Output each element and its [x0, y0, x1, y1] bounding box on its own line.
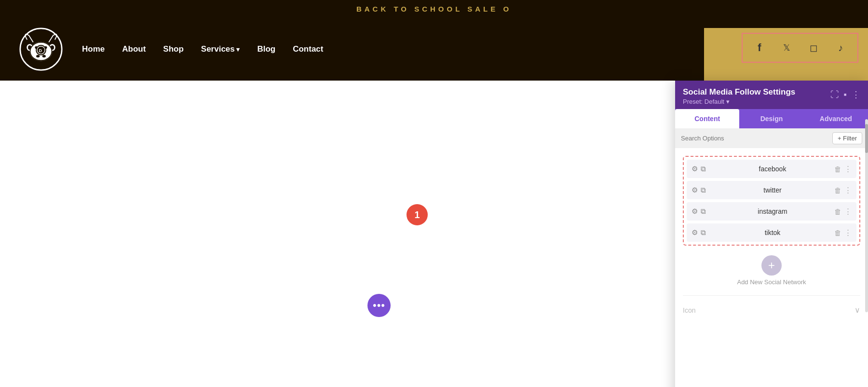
tiktok-icon-top[interactable]: ♪ — [831, 39, 850, 57]
svg-point-13 — [35, 46, 37, 49]
panel-preset[interactable]: Preset: Default — [683, 98, 795, 105]
svg-text:D: D — [39, 48, 42, 53]
more-icon-instagram[interactable]: ⋮ — [844, 207, 852, 216]
filter-button[interactable]: + Filter — [832, 132, 862, 144]
panel-icon-more[interactable]: ⋮ — [852, 89, 860, 100]
facebook-label: facebook — [711, 165, 834, 173]
more-icon-twitter[interactable]: ⋮ — [844, 186, 852, 194]
filter-label: + Filter — [838, 135, 857, 142]
panel-scrollbar[interactable] — [865, 119, 868, 312]
panel-tabs: Content Design Advanced — [675, 109, 868, 128]
panel-icon-screen[interactable]: ⛶ — [830, 90, 839, 100]
delete-icon-twitter[interactable]: 🗑 — [834, 186, 841, 194]
social-item-icons-tiktok: ⚙ ⧉ — [692, 228, 706, 237]
more-icon-tiktok[interactable]: ⋮ — [844, 228, 852, 237]
settings-icon-twitter[interactable]: ⚙ — [692, 186, 698, 194]
chevron-down-icon: ∨ — [854, 305, 860, 315]
icon-section-title: Icon — [683, 306, 695, 314]
settings-icon-tiktok[interactable]: ⚙ — [692, 228, 698, 237]
nav-contact[interactable]: Contact — [293, 44, 323, 54]
svg-point-14 — [44, 46, 47, 49]
twitter-label: twitter — [711, 186, 834, 194]
social-item-facebook: ⚙ ⧉ facebook 🗑 ⋮ — [687, 160, 856, 178]
panel-body: ⚙ ⧉ facebook 🗑 ⋮ ⚙ ⧉ twitter — [675, 148, 868, 387]
settings-icon-instagram[interactable]: ⚙ — [692, 207, 698, 216]
duplicate-icon-tiktok[interactable]: ⧉ — [701, 228, 706, 237]
tab-content[interactable]: Content — [675, 109, 739, 128]
tab-design[interactable]: Design — [739, 109, 803, 128]
tiktok-actions: 🗑 ⋮ — [834, 228, 852, 237]
panel-icon-layout[interactable]: ▪ — [844, 90, 847, 100]
top-banner: BACK TO SCHOOL SALE O — [0, 0, 868, 18]
social-item-icons-twitter: ⚙ ⧉ — [692, 186, 706, 194]
facebook-icon-top[interactable]: f — [750, 39, 769, 57]
nav-home[interactable]: Home — [82, 44, 105, 54]
social-list: ⚙ ⧉ facebook 🗑 ⋮ ⚙ ⧉ twitter — [683, 156, 860, 246]
search-options-input[interactable] — [681, 135, 808, 142]
settings-icon-facebook[interactable]: ⚙ — [692, 165, 698, 173]
nav-blog[interactable]: Blog — [257, 44, 275, 54]
logo[interactable]: D — [19, 28, 63, 71]
instagram-actions: 🗑 ⋮ — [834, 207, 852, 216]
instagram-label: instagram — [711, 207, 834, 215]
badge-number: 1 — [407, 204, 428, 225]
duplicate-icon-instagram[interactable]: ⧉ — [701, 207, 706, 216]
add-new-social[interactable]: + Add New Social Network — [683, 255, 860, 286]
icon-section-header[interactable]: Icon ∨ — [683, 301, 860, 319]
icon-section: Icon ∨ — [683, 295, 860, 319]
delete-icon-facebook[interactable]: 🗑 — [834, 165, 841, 173]
svg-point-12 — [42, 55, 46, 57]
nav-links: Home About Shop Services Blog Contact — [82, 44, 323, 54]
social-item-instagram: ⚙ ⧉ instagram 🗑 ⋮ — [687, 202, 856, 221]
instagram-icon-top[interactable]: ◻ — [804, 39, 823, 57]
twitter-icon-top[interactable]: 𝕏 — [777, 39, 796, 57]
nav-about[interactable]: About — [122, 44, 146, 54]
facebook-actions: 🗑 ⋮ — [834, 165, 852, 173]
scrollbar-thumb — [865, 124, 868, 153]
main-area: 1 ••• Social Media Follow Settings Prese… — [0, 81, 868, 370]
twitter-actions: 🗑 ⋮ — [834, 186, 852, 194]
banner-text: BACK TO SCHOOL SALE O — [356, 5, 512, 13]
duplicate-icon-facebook[interactable]: ⧉ — [701, 165, 706, 173]
social-item-tiktok: ⚙ ⧉ tiktok 🗑 ⋮ — [687, 223, 856, 242]
svg-point-11 — [36, 55, 40, 57]
delete-icon-instagram[interactable]: 🗑 — [834, 207, 841, 216]
add-new-icon: + — [761, 255, 782, 276]
social-item-twitter: ⚙ ⧉ twitter 🗑 ⋮ — [687, 181, 856, 199]
tab-advanced[interactable]: Advanced — [804, 109, 868, 128]
panel-search-bar: + Filter — [675, 128, 868, 148]
tiktok-label: tiktok — [711, 229, 834, 236]
dots-menu-button[interactable]: ••• — [367, 294, 391, 317]
duplicate-icon-twitter[interactable]: ⧉ — [701, 186, 706, 194]
more-icon-facebook[interactable]: ⋮ — [844, 165, 852, 173]
social-icons-top: f 𝕏 ◻ ♪ — [742, 33, 858, 63]
social-item-icons: ⚙ ⧉ — [692, 165, 706, 173]
delete-icon-tiktok[interactable]: 🗑 — [834, 229, 841, 237]
nav-services[interactable]: Services — [201, 44, 240, 54]
social-item-icons-instagram: ⚙ ⧉ — [692, 207, 706, 216]
panel-header-icons: ⛶ ▪ ⋮ — [830, 89, 860, 100]
nav-shop[interactable]: Shop — [163, 44, 184, 54]
add-new-label: Add New Social Network — [737, 278, 806, 286]
panel-header: Social Media Follow Settings Preset: Def… — [675, 81, 868, 109]
settings-panel: Social Media Follow Settings Preset: Def… — [675, 81, 868, 387]
panel-title: Social Media Follow Settings — [683, 87, 795, 97]
